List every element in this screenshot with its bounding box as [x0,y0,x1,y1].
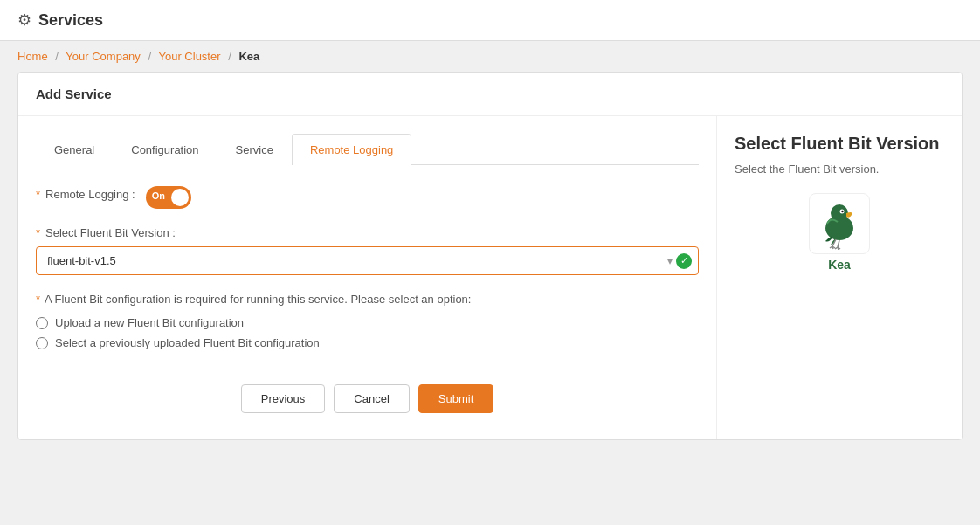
tabs-container: General Configuration Service Remote Log… [36,134,699,165]
info-group: * A Fluent Bit configuration is required… [36,293,699,349]
tab-service[interactable]: Service [217,134,292,165]
help-section: Select Fluent Bit Version Select the Flu… [717,116,962,439]
kea-name-label: Kea [828,258,851,272]
fluent-bit-label: * Select Fluent Bit Version : [36,226,699,239]
breadcrumb-current: Kea [238,50,259,63]
remote-logging-group: * Remote Logging : On [36,186,699,209]
radio-group: Upload a new Fluent Bit configuration Se… [36,316,699,349]
previous-button[interactable]: Previous [241,384,326,413]
remote-logging-label: * Remote Logging : [36,188,135,201]
page-title: Services [38,11,103,30]
page-header: ⚙ Services [0,0,980,41]
fluent-bit-group: * Select Fluent Bit Version : fluent-bit… [36,226,699,275]
main-card: Add Service General Configuration Servic… [17,72,963,440]
tab-configuration[interactable]: Configuration [113,134,217,165]
breadcrumb-home[interactable]: Home [17,50,48,63]
help-title: Select Fluent Bit Version [735,134,944,154]
svg-point-3 [841,211,843,212]
kea-logo [809,193,870,254]
gear-icon: ⚙ [17,10,31,30]
required-marker: * [36,188,40,201]
toggle-thumb [171,189,189,206]
radio-option-select[interactable]: Select a previously uploaded Fluent Bit … [36,336,699,349]
radio-option-upload[interactable]: Upload a new Fluent Bit configuration [36,316,699,329]
help-description: Select the Fluent Bit version. [735,162,944,176]
radio-upload-input[interactable] [36,317,48,329]
tab-general[interactable]: General [36,134,113,165]
kea-logo-container: Kea [735,193,944,272]
breadcrumb-company[interactable]: Your Company [66,50,141,63]
card-body: General Configuration Service Remote Log… [18,116,962,439]
toggle-on-label: On [152,190,165,201]
cancel-button[interactable]: Cancel [334,384,409,413]
fluent-bit-select[interactable]: fluent-bit-v1.5 fluent-bit-v1.4 fluent-b… [36,246,699,275]
info-text: * A Fluent Bit configuration is required… [36,293,699,306]
card-header: Add Service [18,73,962,116]
kea-logo-svg [813,197,866,250]
breadcrumb-sep-2: / [148,50,151,63]
remote-logging-toggle[interactable]: On [146,186,191,209]
svg-line-5 [838,240,839,247]
fluent-bit-select-container: fluent-bit-v1.5 fluent-bit-v1.4 fluent-b… [36,246,699,275]
tab-remote-logging[interactable]: Remote Logging [292,134,411,165]
button-row: Previous Cancel Submit [36,367,699,422]
form-section: General Configuration Service Remote Log… [18,116,717,439]
breadcrumb-cluster[interactable]: Your Cluster [158,50,220,63]
breadcrumb: Home / Your Company / Your Cluster / Kea [0,41,980,72]
breadcrumb-sep-3: / [228,50,231,63]
submit-button[interactable]: Submit [418,384,493,413]
breadcrumb-sep-1: / [55,50,59,63]
toggle-track: On [146,186,191,209]
radio-select-input[interactable] [36,337,48,349]
